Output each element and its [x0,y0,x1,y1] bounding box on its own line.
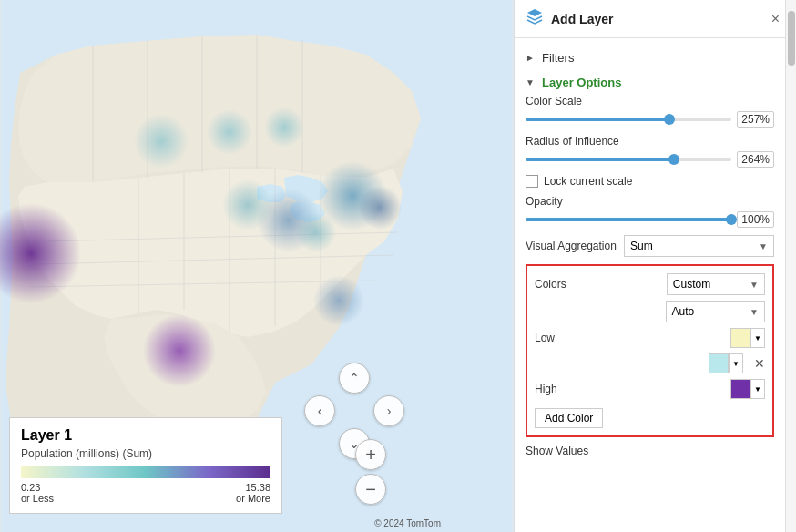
low-swatch-group: ▼ [730,328,765,348]
radius-value[interactable]: 264% [737,151,774,168]
zoom-out-button[interactable]: − [355,474,386,505]
legend-title: Layer 1 [21,427,270,444]
color-scale-label: Color Scale [526,95,774,107]
filters-label: Filters [542,51,574,65]
opacity-label: Opacity [526,195,774,208]
opacity-thumb[interactable] [726,214,737,225]
low-color-row: Low ▼ [535,328,765,348]
nav-controls: ⌃ ‹ › ⌄ [304,363,404,459]
svg-point-18 [296,212,336,252]
visual-agg-label: Visual Aggregation [526,240,617,252]
panel-header: Add Layer × [515,0,796,38]
opacity-slider-row: 100% [526,211,774,228]
opacity-track[interactable] [526,218,731,221]
auto-select[interactable]: Auto ▼ [666,301,766,322]
svg-point-24 [358,186,402,230]
low-color-dropdown-btn[interactable]: ▼ [750,328,765,348]
colors-select-arrow: ▼ [750,280,759,290]
map-container[interactable]: Layer 1 Population (millions) (Sum) 0.23… [0,0,514,532]
high-color-swatch[interactable] [730,379,750,399]
svg-point-23 [313,275,364,326]
svg-point-17 [222,179,273,230]
colors-label: Colors [535,278,566,291]
svg-point-22 [143,314,216,387]
zoom-in-button[interactable]: + [355,439,386,470]
low-color-swatch[interactable] [730,328,750,348]
filters-section-row[interactable]: ► Filters [526,46,774,70]
panel-close-button[interactable]: × [766,9,785,29]
mid-color-row: ▼ ✕ [535,353,765,373]
mid-color-swatch[interactable] [709,353,729,373]
layer-icon [526,7,544,30]
legend-gradient [21,466,270,478]
svg-point-19 [134,114,189,169]
high-label: High [535,383,564,395]
filters-arrow: ► [526,53,536,63]
color-scale-fill [526,118,669,121]
colors-value: Custom [673,278,710,291]
color-scale-thumb[interactable] [664,114,675,125]
colors-dropdown-row: Colors Custom ▼ [535,273,765,295]
high-color-dropdown-btn[interactable]: ▼ [750,379,765,399]
visual-agg-arrow: ▼ [759,241,768,251]
colors-select[interactable]: Custom ▼ [667,273,765,295]
color-scale-value[interactable]: 257% [737,111,774,128]
high-swatch-group: ▼ [730,379,765,399]
opacity-value[interactable]: 100% [737,211,774,228]
color-scale-slider-row: 257% [526,111,774,128]
layer-options-arrow: ▼ [526,77,536,87]
map-copyright: © 2024 TomTom [374,518,441,528]
legend-box: Layer 1 Population (millions) (Sum) 0.23… [9,417,282,514]
opacity-group: Opacity 100% [526,195,774,228]
color-scale-group: Color Scale 257% [526,95,774,128]
auto-dropdown-row: Auto ▼ [535,301,765,322]
nav-left-button[interactable]: ‹ [304,395,335,426]
panel-scrollbar[interactable] [785,0,796,532]
radius-label: Radius of Influence [526,135,774,148]
legend-subtitle: Population (millions) (Sum) [21,447,270,460]
svg-point-21 [264,107,304,148]
panel-title: Add Layer [551,12,759,26]
radius-thumb[interactable] [668,154,679,165]
radius-slider-row: 264% [526,151,774,168]
svg-point-20 [207,109,252,155]
low-label: Low [535,332,564,344]
nav-up-button[interactable]: ⌃ [339,363,370,394]
add-color-button[interactable]: Add Color [535,408,603,428]
legend-min: 0.23 or Less [21,482,54,504]
layer-options-label: Layer Options [542,76,621,89]
zoom-controls: + − [355,439,386,505]
mid-color-dropdown-btn[interactable]: ▼ [729,353,743,373]
legend-max: 15.38 or More [236,482,270,504]
high-color-row: High ▼ [535,379,765,399]
opacity-fill [526,218,731,221]
show-values-label: Show Values [526,445,774,457]
right-panel: Add Layer × ► Filters ▼ Layer Options Co… [514,0,796,532]
auto-value: Auto [672,305,695,318]
colors-section: Colors Custom ▼ Auto ▼ Low [526,264,774,437]
panel-content: ► Filters ▼ Layer Options Color Scale 25… [515,38,796,532]
auto-select-arrow: ▼ [750,307,759,317]
nav-right-button[interactable]: › [373,395,404,426]
layer-options-section-row[interactable]: ▼ Layer Options [526,70,774,95]
radius-track[interactable] [526,158,731,161]
radius-fill [526,158,674,161]
lock-scale-checkbox[interactable] [526,175,538,188]
visual-agg-value: Sum [630,240,653,252]
remove-color-button[interactable]: ✕ [754,356,765,371]
radius-group: Radius of Influence 264% [526,135,774,168]
panel-scrollbar-thumb[interactable] [788,11,795,66]
lock-scale-label: Lock current scale [544,175,632,188]
legend-labels: 0.23 or Less 15.38 or More [21,482,270,504]
mid-swatch-group: ▼ [709,353,743,373]
lock-scale-row: Lock current scale [526,175,774,188]
visual-agg-select[interactable]: Sum ▼ [624,235,774,257]
color-scale-track[interactable] [526,118,731,121]
visual-agg-row: Visual Aggregation Sum ▼ [526,235,774,257]
